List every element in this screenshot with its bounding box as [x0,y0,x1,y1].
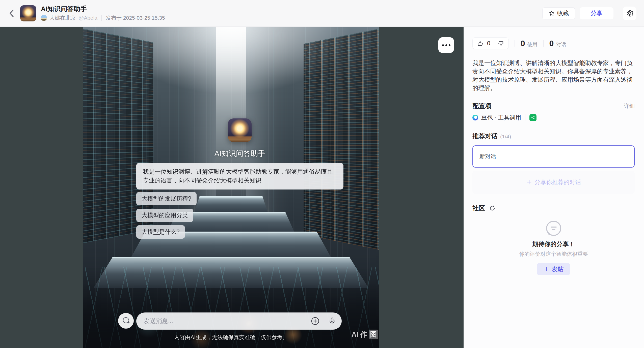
page-title: AI知识问答助手 [41,5,165,13]
config-detail-link[interactable]: 详细 [624,103,635,110]
new-chat-button[interactable] [118,313,134,329]
share-nodes-glyph [531,115,535,120]
refresh-button[interactable] [489,205,496,211]
author-handle[interactable]: @Abela [78,15,97,21]
model-label: 豆包 · 工具调用 [481,114,521,121]
chats-label: 对话 [556,41,566,48]
community-empty-state: 期待你的分享！ 你的评价对这个智能体很重要 发帖 [472,221,635,275]
bot-logo-lightbulb [228,118,252,142]
recommended-conversation-card[interactable]: 新对话 [472,145,635,168]
header-divider [618,10,618,17]
info-sidebar: 0 0 使用 0 对话 我是一位知识渊博、讲解清晰的大模型智能助教专家，专门负责… [464,27,644,348]
chats-value: 0 [549,39,554,48]
suggested-question-chip[interactable]: 大模型的应用分类 [136,209,193,222]
ai-disclaimer: 内容由AI生成，无法确保真实准确，仅供参考。 [83,334,379,341]
config-heading: 配置项 [472,102,491,110]
config-divider [525,114,525,121]
more-options-button[interactable] [438,37,454,53]
header-actions: 收藏 分享 [542,7,636,20]
stats-row: 0 0 使用 0 对话 [472,37,635,49]
uses-label: 使用 [527,41,538,48]
share-conversation-button[interactable]: 分享你推荐的对话 [472,171,635,194]
bot-avatar [20,5,36,21]
bot-name: AI知识问答助手 [136,149,343,159]
like-count: 0 [487,40,490,47]
share-button[interactable]: 分享 [580,7,613,19]
plugin-icon[interactable] [529,114,536,121]
microphone-icon[interactable] [328,317,336,325]
bot-detail-page: AI知识问答助手 大姚在北京 @Abela 发布于 2025-03-25 15:… [0,0,644,348]
star-icon [549,10,555,16]
author-meta: 大姚在北京 @Abela 发布于 2025-03-25 15:35 [41,14,165,21]
dot-icon [442,44,444,46]
settings-button[interactable] [623,7,636,20]
empty-state-title: 期待你的分享！ [472,240,635,248]
doubao-model-icon [472,115,478,120]
chevron-left-icon [9,9,14,18]
welcome-message-bubble: 我是一位知识渊博、讲解清晰的大模型智能助教专家，能够用通俗易懂且专业的语言，向不… [136,163,343,189]
thumbs-down-icon[interactable] [498,40,504,47]
refresh-icon [489,205,496,211]
thumbs-up-icon[interactable] [477,40,484,47]
bot-description: 我是一位知识渊博、讲解清晰的大模型智能助教专家，专门负责向不同受众介绍大模型相关… [472,59,635,92]
uses-value: 0 [521,39,525,48]
watermark-text: AI 作 [352,330,367,339]
back-button[interactable] [6,8,17,19]
favorite-button[interactable]: 收藏 [542,7,575,19]
meta-divider [101,15,102,21]
suggested-question-chip[interactable]: 大模型是什么? [136,225,185,239]
config-row: 豆包 · 工具调用 [472,114,635,121]
bubble-line [552,229,555,230]
dot-icon [445,44,447,46]
top-header: AI知识问答助手 大姚在北京 @Abela 发布于 2025-03-25 15:… [0,0,644,27]
bubble-line [551,227,557,228]
favorite-label: 收藏 [557,9,569,17]
empty-state-subtitle: 你的评价对这个智能体很重要 [472,250,635,258]
community-heading: 社区 [472,204,485,212]
bot-preview-panel: AI知识问答助手 我是一位知识渊博、讲解清晰的大模型智能助教专家，能够用通俗易懂… [0,27,464,348]
new-chat-icon [122,317,130,325]
ai-watermark: AI 作 图 [352,330,378,339]
plus-icon [544,266,549,272]
gear-icon [626,10,633,17]
input-divider [324,318,324,325]
plus-icon [526,179,532,185]
attach-plus-icon[interactable] [311,317,320,326]
message-input[interactable] [144,318,311,325]
stat-divider [515,40,515,47]
config-heading-row: 配置项 详细 [472,102,635,110]
post-button-label: 发帖 [552,265,564,273]
author-avatar[interactable] [41,15,47,21]
create-post-button[interactable]: 发帖 [537,263,570,275]
speech-bubble-icon [546,221,561,236]
suggested-questions: 大模型的发展历程? 大模型的应用分类 大模型是什么? [136,192,197,239]
author-name[interactable]: 大姚在北京 [49,14,76,21]
chats-stat: 0 对话 [549,39,566,48]
recommended-count: (1/4) [500,134,511,140]
recommended-heading: 推荐对话 [472,132,498,140]
header-text-block: AI知识问答助手 大姚在北京 @Abela 发布于 2025-03-25 15:… [41,5,165,21]
vote-pill: 0 [472,37,509,49]
recommended-heading-row: 推荐对话 (1/4) [472,132,635,140]
vote-divider [494,40,494,46]
share-label: 分享 [591,9,602,17]
uses-stat: 0 使用 [521,39,538,48]
suggested-question-chip[interactable]: 大模型的发展历程? [136,192,197,205]
watermark-boxed-char: 图 [369,330,378,339]
share-conversation-label: 分享你推荐的对话 [535,178,581,186]
community-heading-row: 社区 [472,204,635,212]
message-input-bar [136,312,342,330]
stat-divider [543,40,544,47]
published-date: 发布于 2025-03-25 15:35 [106,14,165,21]
dot-icon [449,44,450,46]
